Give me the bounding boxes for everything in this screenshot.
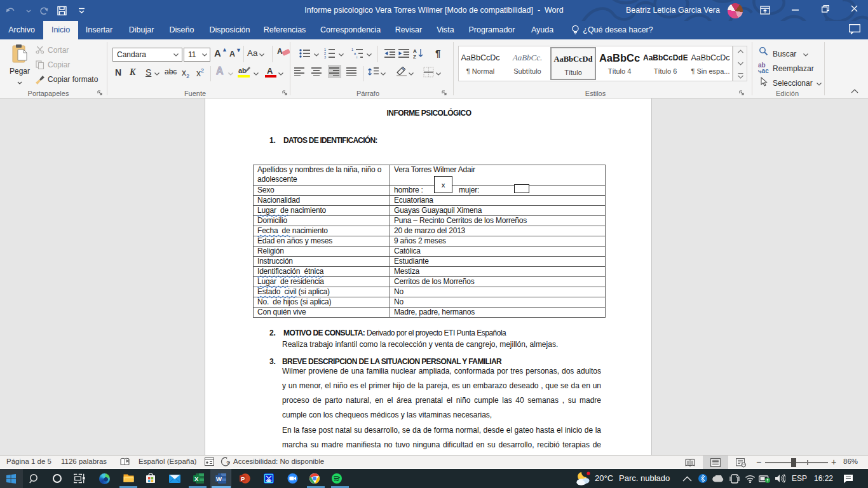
svg-text:A: A bbox=[413, 48, 417, 54]
svg-text:W: W bbox=[216, 475, 222, 482]
svg-text:?: ? bbox=[226, 460, 230, 466]
svg-text:Z: Z bbox=[413, 54, 416, 58]
svg-text:P: P bbox=[241, 475, 245, 482]
svg-text:3: 3 bbox=[324, 55, 326, 58]
svg-text:1: 1 bbox=[351, 48, 353, 51]
svg-text:X: X bbox=[194, 475, 199, 482]
svg-text:i: i bbox=[356, 55, 357, 58]
